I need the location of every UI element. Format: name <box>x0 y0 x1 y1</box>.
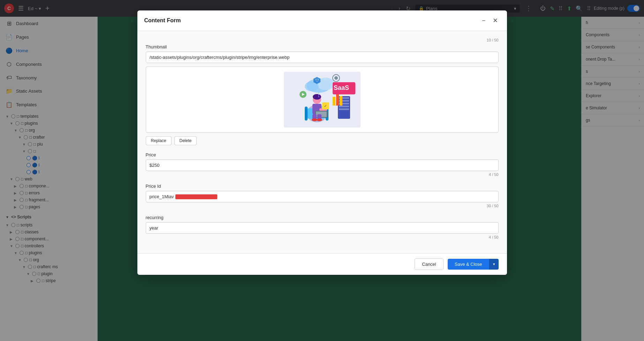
svg-text:SaaS: SaaS <box>334 84 349 91</box>
modal-header-actions: − ✕ <box>480 16 500 25</box>
recurring-input[interactable] <box>146 222 499 234</box>
svg-rect-12 <box>333 97 335 106</box>
svg-text:✓: ✓ <box>324 104 327 108</box>
thumbnail-label: Thumbnail <box>146 44 499 49</box>
svg-rect-8 <box>339 106 349 107</box>
modal-title: Content Form <box>144 17 181 24</box>
price-id-redacted <box>175 194 217 199</box>
saas-image: SaaS <box>284 72 361 127</box>
svg-point-32 <box>334 76 338 80</box>
price-id-field-group: Price Id price_1Miav 30 / 50 <box>146 184 499 208</box>
field-counter-top: 10 / 50 <box>146 38 499 42</box>
thumbnail-field-group: Thumbnail <box>146 44 499 145</box>
modal-footer: Cancel Save & Close ▾ <box>137 253 507 275</box>
price-field-group: Price 4 / 50 <box>146 152 499 177</box>
recurring-label: recurring <box>146 215 499 220</box>
svg-rect-14 <box>340 96 342 106</box>
image-actions: Replace Delete <box>146 136 499 145</box>
save-dropdown-button[interactable]: ▾ <box>489 259 499 270</box>
svg-text:🛡: 🛡 <box>316 78 319 82</box>
price-input[interactable] <box>146 160 499 171</box>
modal-close-button[interactable]: ✕ <box>491 16 500 25</box>
save-close-button[interactable]: Save & Close <box>448 259 489 270</box>
cancel-button[interactable]: Cancel <box>415 258 443 270</box>
svg-point-27 <box>312 118 317 121</box>
thumbnail-input[interactable] <box>146 52 499 63</box>
modal-content-inner: 10 / 50 Thumbnail <box>137 31 507 253</box>
svg-rect-17 <box>305 107 308 121</box>
svg-rect-9 <box>339 108 349 110</box>
delete-button[interactable]: Delete <box>174 136 197 145</box>
modal-header: Content Form − ✕ <box>137 10 507 31</box>
content-form-modal: Content Form − ✕ 10 / 50 Thumbnail <box>137 10 507 275</box>
save-close-group: Save & Close ▾ <box>448 259 499 270</box>
price-label: Price <box>146 152 499 157</box>
recurring-counter: 4 / 50 <box>146 235 499 239</box>
price-id-counter: 30 / 50 <box>146 204 499 208</box>
price-id-input-wrapper[interactable]: price_1Miav <box>146 191 499 202</box>
price-id-label: Price Id <box>146 184 499 189</box>
price-counter: 4 / 50 <box>146 172 499 177</box>
modal-minimize-button[interactable]: − <box>480 16 488 25</box>
svg-rect-13 <box>336 94 339 106</box>
modal-body[interactable]: 10 / 50 Thumbnail <box>137 31 507 253</box>
thumbnail-preview: SaaS <box>146 67 499 133</box>
recurring-field-group: recurring 4 / 50 <box>146 215 499 239</box>
svg-point-20 <box>313 94 321 100</box>
price-id-visible-text: price_1Miav <box>150 194 174 199</box>
replace-button[interactable]: Replace <box>146 136 172 145</box>
svg-point-28 <box>317 118 322 121</box>
